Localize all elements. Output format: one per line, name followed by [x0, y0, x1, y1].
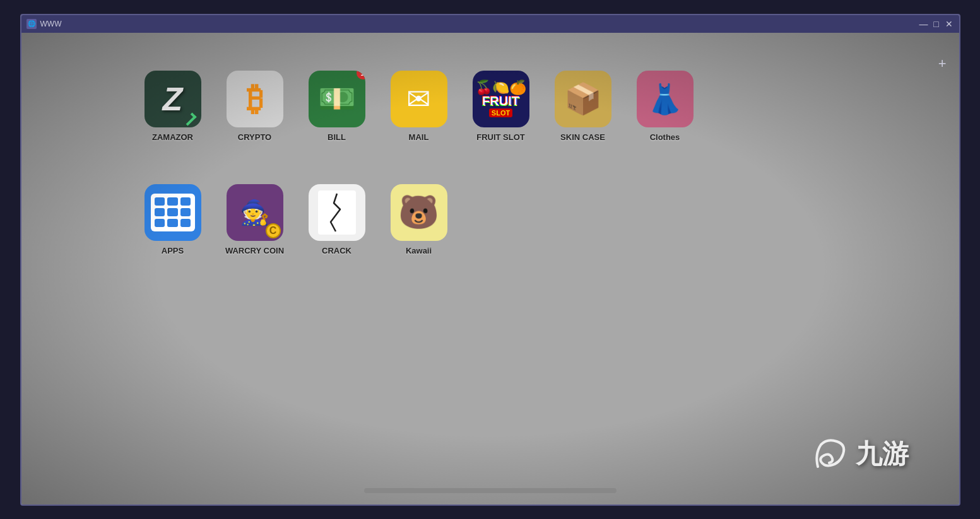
watermark: 九游: [812, 435, 909, 473]
mail-icon: ✉: [391, 71, 447, 127]
app-grid: Z ZAMAZOR ₿ CRYPTO 💵 1 BILL: [21, 33, 959, 285]
crypto-icon: ₿: [227, 71, 283, 127]
apps-icon: [145, 184, 201, 241]
close-button[interactable]: ✕: [944, 19, 954, 29]
titlebar: 🌐 WWW — □ ✕: [21, 15, 959, 33]
titlebar-controls: — □ ✕: [919, 19, 954, 29]
titlebar-title: WWW: [40, 20, 62, 28]
crack-svg: [318, 190, 356, 235]
fruit-slot-label: FRUIT SLOT: [476, 132, 525, 142]
app-icon-bill[interactable]: 💵 1 BILL: [299, 71, 375, 172]
crack-label: CRACK: [322, 246, 351, 255]
zamazor-arrow: [183, 112, 196, 125]
maximize-button[interactable]: □: [931, 19, 942, 29]
skin-case-label: SKIN CASE: [560, 132, 605, 142]
app-icon-mail[interactable]: ✉ MAIL: [381, 71, 457, 172]
main-window: 🌐 WWW — □ ✕ + Z ZAMAZOR ₿: [20, 14, 960, 506]
app-icon-crypto[interactable]: ₿ CRYPTO: [217, 71, 293, 172]
warcry-icon: 🧙 C: [227, 184, 283, 241]
watermark-logo-svg: [812, 435, 849, 473]
desktop-content: + Z ZAMAZOR ₿ CRYPTO 💵: [21, 33, 959, 504]
zamazor-icon: Z: [145, 71, 201, 127]
scrollbar[interactable]: [364, 488, 617, 493]
kawaii-icon: 🐻: [391, 184, 447, 241]
bill-badge: 1: [357, 71, 365, 79]
app-icon-warcry[interactable]: 🧙 C WARCRY COIN: [217, 184, 293, 285]
zamazor-label: ZAMAZOR: [152, 132, 193, 142]
crack-icon: [309, 184, 365, 241]
titlebar-icon: 🌐: [27, 19, 37, 29]
fruit-slot-icon: 🍒🍋🍊 FRUIT SLOT: [473, 71, 529, 127]
bill-icon: 💵 1: [309, 71, 365, 127]
clothes-label: Clothes: [650, 132, 680, 142]
watermark-text: 九游: [856, 436, 909, 472]
app-icon-skin-case[interactable]: 📦 SKIN CASE: [545, 71, 621, 172]
minimize-button[interactable]: —: [919, 19, 929, 29]
app-icon-crack[interactable]: CRACK: [299, 184, 375, 285]
apps-label: APPS: [162, 246, 184, 255]
app-icon-fruit-slot[interactable]: 🍒🍋🍊 FRUIT SLOT FRUIT SLOT: [463, 71, 539, 172]
titlebar-left: 🌐 WWW: [27, 19, 62, 29]
plus-button[interactable]: +: [938, 55, 947, 72]
crypto-label: CRYPTO: [238, 132, 271, 142]
clothes-icon: 👗: [637, 71, 694, 127]
kawaii-label: Kawaii: [406, 246, 432, 255]
app-icon-kawaii[interactable]: 🐻 Kawaii: [381, 184, 457, 285]
mail-label: MAIL: [409, 132, 429, 142]
warcry-label: WARCRY COIN: [225, 246, 284, 255]
skin-case-icon: 📦: [555, 71, 611, 127]
bill-label: BILL: [328, 132, 346, 142]
app-icon-clothes[interactable]: 👗 Clothes: [627, 71, 703, 172]
app-icon-zamazor[interactable]: Z ZAMAZOR: [135, 71, 211, 172]
app-icon-apps[interactable]: APPS: [135, 184, 211, 285]
